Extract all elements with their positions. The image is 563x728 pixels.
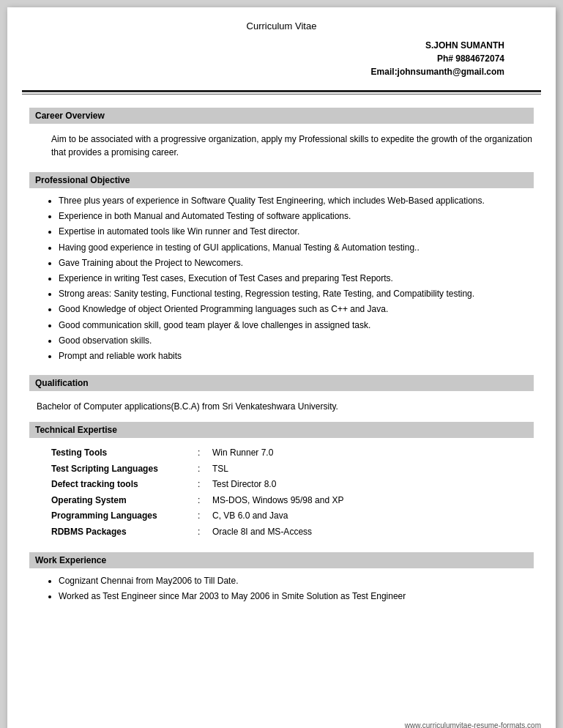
professional-objective-list: Three plus years of experience in Softwa… xyxy=(29,194,534,363)
tech-label: Test Scripting Languages xyxy=(51,461,198,478)
table-row: Test Scripting Languages : TSL xyxy=(51,461,534,478)
list-item: Prompt and reliable work habits xyxy=(59,349,534,363)
list-item: Good communication skill, good team play… xyxy=(59,319,534,333)
work-experience-list: Cognizant Chennai from May2006 to Till D… xyxy=(29,574,534,603)
tech-label: Programming Languages xyxy=(51,508,198,524)
divider-thick xyxy=(22,90,541,92)
tech-label: Testing Tools xyxy=(51,445,198,461)
tech-value: Win Runner 7.0 xyxy=(212,445,273,461)
tech-value: C, VB 6.0 and Java xyxy=(212,508,288,524)
tech-value: MS-DOS, Windows 95/98 and XP xyxy=(212,493,343,509)
resume-page: Curriculum Vitae S.JOHN SUMANTH Ph# 9884… xyxy=(7,7,556,728)
table-row: Testing Tools : Win Runner 7.0 xyxy=(51,445,534,461)
tech-value: TSL xyxy=(212,461,228,478)
list-item: Three plus years of experience in Softwa… xyxy=(59,194,534,208)
list-item: Experience in writing Test cases, Execut… xyxy=(59,272,534,286)
footer-watermark: www.curriculumvitae-resume-formats.com xyxy=(405,721,541,728)
tech-colon: : xyxy=(198,461,212,478)
technical-expertise-header: Technical Expertise xyxy=(29,422,534,438)
header: Curriculum Vitae S.JOHN SUMANTH Ph# 9884… xyxy=(7,7,556,84)
career-overview-text: Aim to be associated with a progressive … xyxy=(29,130,534,166)
phone: Ph# 9884672074 xyxy=(29,52,504,65)
qualification-text: Bachelor of Computer applications(B.C.A)… xyxy=(29,397,534,416)
professional-objective-header: Professional Objective xyxy=(29,172,534,188)
name: S.JOHN SUMANTH xyxy=(29,39,504,52)
tech-value: Test Director 8.0 xyxy=(212,477,276,493)
table-row: Defect tracking tools : Test Director 8.… xyxy=(51,477,534,493)
table-row: Programming Languages : C, VB 6.0 and Ja… xyxy=(51,508,534,524)
tech-colon: : xyxy=(198,477,212,493)
qualification-header: Qualification xyxy=(29,375,534,391)
tech-colon: : xyxy=(198,524,212,541)
list-item: Worked as Test Engineer since Mar 2003 t… xyxy=(59,590,534,603)
list-item: Having good experience in testing of GUI… xyxy=(59,241,534,255)
tech-label: Operating System xyxy=(51,493,198,509)
contact-info: S.JOHN SUMANTH Ph# 9884672074 Email:john… xyxy=(29,39,534,78)
tech-label: Defect tracking tools xyxy=(51,477,198,493)
list-item: Expertise in automated tools like Win ru… xyxy=(59,225,534,239)
tech-colon: : xyxy=(198,493,212,509)
work-experience-header: Work Experience xyxy=(29,552,534,568)
career-overview-header: Career Overview xyxy=(29,108,534,124)
table-row: RDBMS Packages : Oracle 8I and MS-Access xyxy=(51,524,534,541)
tech-value: Oracle 8I and MS-Access xyxy=(212,524,312,541)
list-item: Gave Training about the Project to Newco… xyxy=(59,256,534,270)
list-item: Good Knowledge of object Oriented Progra… xyxy=(59,302,534,316)
main-content: Career Overview Aim to be associated wit… xyxy=(7,94,556,612)
list-item: Cognizant Chennai from May2006 to Till D… xyxy=(59,574,534,588)
email: Email:johnsumanth@gmail.com xyxy=(29,65,504,78)
list-item: Good observation skills. xyxy=(59,334,534,348)
list-item: Experience in both Manual and Automated … xyxy=(59,209,534,223)
tech-label: RDBMS Packages xyxy=(51,524,198,541)
technical-expertise-table: Testing Tools : Win Runner 7.0 Test Scri… xyxy=(51,445,534,541)
page-title: Curriculum Vitae xyxy=(29,21,534,31)
list-item: Strong areas: Sanity testing, Functional… xyxy=(59,287,534,301)
tech-colon: : xyxy=(198,445,212,461)
career-overview-body: Aim to be associated with a progressive … xyxy=(51,133,534,159)
table-row: Operating System : MS-DOS, Windows 95/98… xyxy=(51,493,534,509)
tech-colon: : xyxy=(198,508,212,524)
